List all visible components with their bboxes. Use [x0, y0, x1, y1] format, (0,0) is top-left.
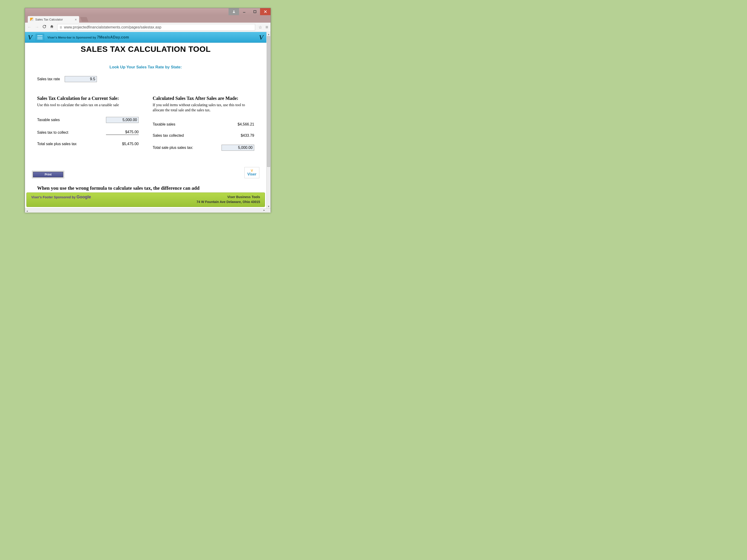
- tab-title: Sales Tax Calculator: [35, 18, 63, 21]
- left-col-desc: Use this tool to calculate the sales tax…: [37, 102, 139, 108]
- browser-tab[interactable]: Sales Tax Calculator ×: [28, 16, 79, 23]
- chrome-menu-icon[interactable]: ≡: [265, 25, 268, 30]
- left-taxable-label: Taxable sales: [37, 118, 60, 122]
- footer-address: Viser Business Tools 74 W Fountain Ave D…: [197, 195, 260, 205]
- left-tax-collect-label: Sales tax to collect: [37, 130, 68, 135]
- cutoff-heading: When you use the wrong formula to calcul…: [37, 185, 254, 191]
- viser-badge-icon: V: [251, 169, 253, 172]
- viser-logo-left[interactable]: V: [28, 33, 32, 41]
- left-taxable-input[interactable]: 5,000.00: [106, 117, 139, 123]
- bookmark-star-icon[interactable]: ☆: [258, 25, 262, 30]
- viser-logo-right[interactable]: V: [259, 33, 263, 41]
- sales-tax-rate-input[interactable]: [65, 76, 97, 82]
- vertical-scrollbar[interactable]: ▴ ▾: [266, 32, 271, 208]
- back-button[interactable]: ←: [27, 25, 31, 30]
- right-tax-collected-value: $433.79: [222, 133, 254, 138]
- forward-button[interactable]: →: [35, 25, 39, 30]
- viser-badge[interactable]: V Viser: [244, 167, 259, 178]
- left-total-value: $5,475.00: [106, 142, 139, 146]
- right-col-title: Calculated Sales Tax After Sales are Mad…: [153, 96, 254, 101]
- page-viewport: V Viser's Menu-bar is Sponsored by 7Meal…: [25, 32, 271, 213]
- home-button[interactable]: [50, 25, 54, 30]
- window-titlebar: [25, 8, 271, 15]
- rate-row: Sales tax rate: [37, 76, 266, 82]
- page-title: SALES TAX CALCULATION TOOL: [25, 45, 266, 54]
- reload-button[interactable]: [42, 25, 47, 30]
- print-button[interactable]: Print: [33, 172, 63, 177]
- scroll-left-arrow[interactable]: ◂: [25, 210, 29, 213]
- svg-rect-2: [254, 10, 256, 13]
- right-total-input[interactable]: 5,000.00: [222, 145, 254, 151]
- svg-rect-1: [243, 12, 246, 12]
- rate-label: Sales tax rate: [37, 77, 60, 81]
- print-button-wrap: Print: [32, 171, 64, 178]
- browser-window: Sales Tax Calculator × ← → 🗎 www.project…: [25, 8, 271, 212]
- current-sale-column: Sales Tax Calculation for a Current Sale…: [37, 96, 139, 151]
- page-content: V Viser's Menu-bar is Sponsored by 7Meal…: [25, 32, 266, 207]
- scroll-down-arrow[interactable]: ▾: [266, 204, 271, 208]
- minimize-button[interactable]: [239, 8, 250, 15]
- actions-row: Print V Viser: [25, 167, 266, 178]
- site-menubar: V Viser's Menu-bar is Sponsored by 7Meal…: [25, 32, 266, 43]
- right-col-desc: If you sold items without calculating sa…: [153, 102, 254, 113]
- tab-strip: Sales Tax Calculator ×: [25, 15, 271, 23]
- close-button[interactable]: [260, 8, 271, 15]
- page-icon: 🗎: [59, 25, 62, 29]
- svg-point-0: [233, 10, 234, 12]
- address-bar[interactable]: 🗎 www.projectedfinancialstatements.com/p…: [57, 24, 255, 31]
- scroll-up-arrow[interactable]: ▴: [266, 32, 271, 36]
- site-footer: Viser's Footer Sponsored by Google Viser…: [26, 192, 265, 207]
- maximize-button[interactable]: [250, 8, 260, 15]
- right-tax-collected-label: Sales tax collected: [153, 133, 184, 138]
- left-tax-collect-value: $475.00: [106, 130, 139, 135]
- new-tab-button[interactable]: [80, 17, 88, 22]
- tab-close-icon[interactable]: ×: [75, 18, 77, 22]
- scroll-right-arrow[interactable]: ▸: [262, 209, 266, 212]
- favicon-icon: [30, 18, 33, 21]
- url-text: www.projectedfinancialstatements.com/pag…: [64, 25, 161, 29]
- footer-sponsor: Viser's Footer Sponsored by Google: [31, 195, 91, 205]
- scroll-thumb[interactable]: [267, 36, 270, 167]
- nav-toolbar: ← → 🗎 www.projectedfinancialstatements.c…: [25, 23, 271, 32]
- calculator-columns: Sales Tax Calculation for a Current Sale…: [25, 96, 266, 151]
- user-icon[interactable]: [229, 8, 239, 15]
- right-total-label: Total sale plus sales tax:: [153, 145, 193, 150]
- menubar-sponsor-text: Viser's Menu-bar is Sponsored by 7MealsA…: [47, 35, 129, 39]
- right-taxable-label: Taxable sales: [153, 122, 175, 127]
- left-col-title: Sales Tax Calculation for a Current Sale…: [37, 96, 139, 101]
- horizontal-scrollbar[interactable]: ◂ ▸: [25, 208, 271, 213]
- after-sale-column: Calculated Sales Tax After Sales are Mad…: [153, 96, 254, 151]
- left-total-label: Total sale plus sales tax: [37, 142, 77, 146]
- site-menu-icon[interactable]: [36, 34, 44, 41]
- right-taxable-value: $4,566.21: [222, 122, 254, 127]
- lookup-rate-link[interactable]: Look Up Your Sales Tax Rate by State:: [25, 65, 266, 70]
